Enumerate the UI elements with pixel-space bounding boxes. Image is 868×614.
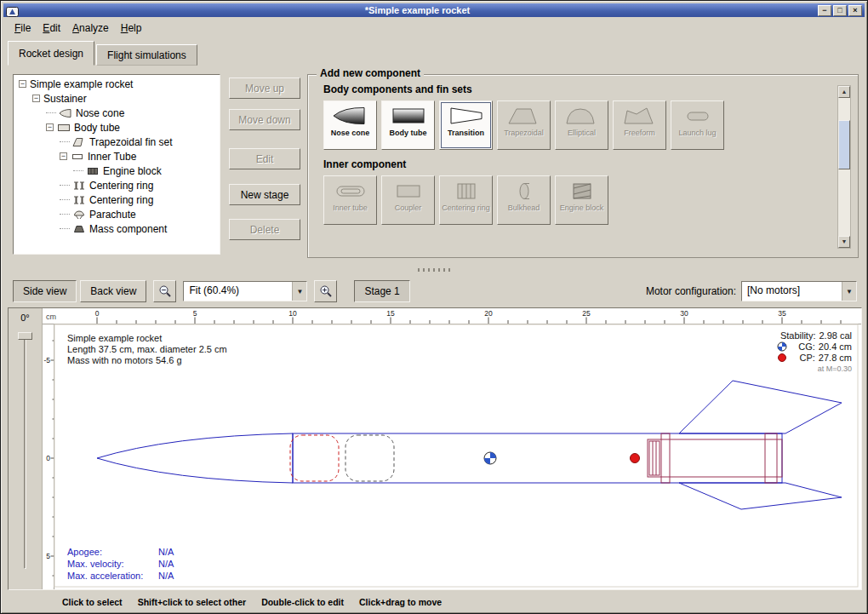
view-toolbar: Side view Back view Fit (60.4%) ▼ Stage … — [1, 277, 867, 306]
component-button-label: Freeform — [624, 129, 655, 137]
side-view-button[interactable]: Side view — [13, 280, 77, 302]
split-divider[interactable] — [1, 263, 867, 277]
tree-item-parachute[interactable]: Parachute — [14, 207, 220, 221]
apogee-value: N/A — [158, 547, 174, 557]
parachute-icon — [72, 209, 86, 220]
bulkhead-icon — [505, 180, 543, 202]
move-up-button: Move up — [229, 77, 300, 99]
body-tube-icon — [390, 105, 427, 127]
add-nose-cone-button[interactable]: Nose cone — [323, 100, 377, 150]
chevron-down-icon[interactable]: ▼ — [292, 282, 306, 301]
tree-item-body-tube[interactable]: −Body tube — [14, 120, 220, 135]
tree-expander[interactable]: − — [32, 95, 40, 102]
section-label-inner-component: Inner component — [323, 158, 858, 170]
mass-component-icon — [72, 224, 86, 234]
status-hint: Click+drag to move — [359, 597, 442, 607]
tree-expander[interactable]: − — [19, 80, 26, 88]
add-inner-tube-button: Inner tube — [323, 175, 377, 225]
divider-grip-icon — [418, 268, 450, 272]
back-view-button[interactable]: Back view — [80, 280, 146, 302]
add-component-title: Add new component — [317, 67, 424, 79]
tab-rocket-design[interactable]: Rocket design — [8, 41, 94, 66]
status-hint: Shift+click to select other — [138, 597, 247, 607]
engine-block-icon — [563, 180, 601, 202]
svg-text:-5: -5 — [43, 356, 50, 364]
section-label-body-components-and-fin-sets: Body components and fin sets — [323, 83, 858, 95]
tree-item-sustainer[interactable]: −Sustainer — [14, 91, 220, 106]
engine-block-icon — [86, 166, 100, 176]
component-button-label: Transition — [448, 129, 484, 137]
zoom-out-button[interactable] — [153, 280, 176, 302]
tree-connector — [60, 199, 70, 200]
title-bar[interactable]: *Simple example rocket − □ × — [3, 3, 865, 17]
status-hint: Click to select — [62, 597, 123, 607]
tree-item-engine-block[interactable]: Engine block — [14, 164, 220, 178]
tree-item-label: Centering ring — [89, 194, 153, 206]
zoom-in-button[interactable] — [314, 280, 337, 302]
rotation-slider-handle[interactable] — [18, 332, 32, 340]
tree-item-simple-example-rocket[interactable]: −Simple example rocket — [14, 77, 220, 91]
motor-config-value: [No motors] — [742, 282, 842, 301]
tree-item-mass-component[interactable]: Mass component — [14, 221, 220, 236]
stage-1-toggle[interactable]: Stage 1 — [354, 280, 409, 302]
component-tree: −Simple example rocket−SustainerNose con… — [13, 74, 220, 255]
new-stage-button[interactable]: New stage — [229, 184, 300, 205]
chevron-down-icon[interactable]: ▼ — [842, 282, 856, 301]
inner-tube-icon — [71, 152, 84, 162]
tree-item-nose-cone[interactable]: Nose cone — [14, 106, 220, 120]
rotation-slider[interactable] — [24, 334, 26, 569]
component-button-label: Body tube — [390, 129, 427, 137]
add-component-panel: Add new component Body components and fi… — [307, 74, 859, 258]
inner-tube-icon — [332, 180, 369, 202]
add-engine-block-button: Engine block — [555, 175, 608, 225]
rocket-canvas: 0° cm 05101520253035 -505 — [8, 307, 862, 590]
minimize-button[interactable]: − — [818, 5, 831, 16]
ruler-unit-label: cm — [46, 313, 56, 321]
tree-item-trapezoidal-fin-set[interactable]: Trapezoidal fin set — [14, 135, 220, 149]
tree-item-inner-tube[interactable]: −Inner Tube — [14, 149, 220, 164]
status-bar: Click to selectShift+click to select oth… — [1, 592, 867, 612]
tree-item-label: Parachute — [89, 209, 136, 221]
menu-file[interactable]: File — [9, 20, 37, 36]
tab-flight-simulations[interactable]: Flight simulations — [96, 44, 197, 66]
tree-item-centering-ring[interactable]: Centering ring — [14, 192, 220, 207]
tree-item-centering-ring[interactable]: Centering ring — [14, 178, 220, 192]
svg-text:25: 25 — [582, 309, 591, 318]
menu-bar: FileEditAnalyzeHelp — [3, 19, 865, 37]
cp-value: CP:27.8 cm — [800, 353, 852, 363]
scroll-thumb[interactable] — [838, 120, 850, 169]
add-elliptical-button: Elliptical — [555, 100, 608, 150]
maximize-button[interactable]: □ — [833, 5, 847, 16]
body-tube-icon — [57, 123, 71, 133]
scroll-up-button[interactable]: ▲ — [838, 86, 850, 98]
tree-expander[interactable]: − — [46, 123, 54, 131]
close-button[interactable]: × — [848, 5, 862, 16]
scroll-down-button[interactable]: ▼ — [838, 236, 850, 248]
component-button-label: Bulkhead — [508, 204, 540, 212]
add-transition-button[interactable]: Transition — [439, 100, 493, 150]
svg-text:0: 0 — [95, 309, 100, 318]
window-title: *Simple example rocket — [19, 4, 816, 17]
scrollbar[interactable]: ▲ ▼ — [837, 85, 851, 249]
component-button-label: Launch lug — [678, 129, 716, 137]
rocket-view[interactable]: cm 05101520253035 -505 — [43, 308, 861, 589]
zoom-select[interactable]: Fit (60.4%) ▼ — [183, 281, 307, 301]
component-button-label: Centering ring — [442, 204, 490, 212]
tree-item-label: Mass component — [89, 223, 167, 235]
centering-ring-icon — [448, 180, 485, 202]
menu-help[interactable]: Help — [115, 20, 148, 36]
menu-analyze[interactable]: Analyze — [66, 20, 115, 36]
svg-text:5: 5 — [193, 309, 197, 318]
tree-item-label: Body tube — [74, 122, 120, 134]
tree-item-label: Engine block — [103, 165, 162, 177]
menu-edit[interactable]: Edit — [37, 20, 66, 36]
delete-button: Delete — [229, 219, 300, 240]
tree-item-label: Nose cone — [76, 107, 124, 119]
tree-expander[interactable]: − — [60, 152, 67, 160]
motor-config-select[interactable]: [No motors] ▼ — [741, 281, 857, 301]
move-down-button: Move down — [229, 109, 300, 130]
freeform-fin-icon — [621, 105, 659, 127]
add-body-tube-button[interactable]: Body tube — [381, 100, 435, 150]
add-coupler-button: Coupler — [381, 175, 435, 225]
nose-cone-icon — [59, 108, 72, 118]
